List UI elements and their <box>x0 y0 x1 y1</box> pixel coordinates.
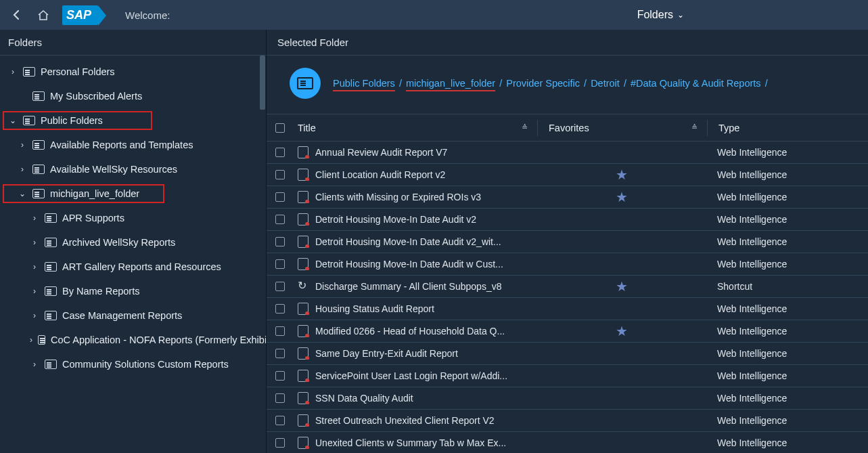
row-checkbox[interactable] <box>275 304 285 314</box>
folder-icon <box>38 335 45 345</box>
row-type: Web Intelligence <box>706 236 868 247</box>
table-row[interactable]: Street Outreach Unexited Client Report V… <box>267 410 868 432</box>
row-checkbox[interactable] <box>275 349 285 358</box>
breadcrumb-data-quality[interactable]: #Data Quality & Audit Reports <box>631 78 761 89</box>
row-title: Annual Review Audit Report V7 <box>315 147 447 158</box>
breadcrumb-detroit[interactable]: Detroit <box>591 78 620 89</box>
column-type[interactable]: Type <box>708 123 868 133</box>
select-all-checkbox[interactable] <box>275 123 285 133</box>
sidebar-header: Folders <box>0 30 266 56</box>
document-icon <box>298 191 309 203</box>
table-row[interactable]: Discharge Summary - All Client Subpops_v… <box>267 276 868 298</box>
chevron-right-icon: › <box>30 262 39 272</box>
sidebar-item-personal-folders[interactable]: › Personal Folders <box>0 60 266 84</box>
breadcrumb: Public Folders / michigan_live_folder / … <box>267 56 868 114</box>
column-favorites[interactable]: Favorites ≙ <box>538 123 707 133</box>
row-checkbox[interactable] <box>275 170 285 179</box>
row-type: Web Intelligence <box>706 192 868 202</box>
row-checkbox[interactable] <box>275 192 285 202</box>
breadcrumb-public-folders[interactable]: Public Folders <box>333 78 395 89</box>
chevron-right-icon: › <box>30 311 39 320</box>
row-checkbox[interactable] <box>275 371 285 381</box>
sidebar-item-by-name-reports[interactable]: › By Name Reports <box>0 279 266 303</box>
sidebar-item-public-folders[interactable]: ⌄ Public Folders <box>0 108 266 133</box>
row-title: ServicePoint User Last Login Report w/Ad… <box>315 370 507 381</box>
document-icon <box>298 414 309 427</box>
star-icon[interactable]: ★ <box>616 278 628 295</box>
row-type: Web Intelligence <box>706 370 868 381</box>
sidebar-item-label: ART Gallery Reports and Resources <box>62 261 221 272</box>
breadcrumb-folder-icon <box>290 68 321 99</box>
table-row[interactable]: Annual Review Audit Report V7Web Intelli… <box>267 142 868 164</box>
chevron-right-icon: › <box>30 238 39 247</box>
sidebar-item-label: Archived WellSky Reports <box>62 237 175 248</box>
sidebar-item-my-subscribed-alerts[interactable]: My Subscribed Alerts <box>0 84 266 108</box>
table-row[interactable]: Unexited Clients w Summary Tab w Max Ex.… <box>267 432 868 453</box>
document-icon <box>298 325 309 337</box>
table-row[interactable]: ServicePoint User Last Login Report w/Ad… <box>267 365 868 387</box>
chevron-right-icon: › <box>30 286 39 296</box>
star-icon[interactable]: ★ <box>616 189 628 205</box>
back-button[interactable] <box>8 7 24 23</box>
report-table: Title ≙ Favorites ≙ Type Annual Review A… <box>267 114 868 453</box>
row-type: Web Intelligence <box>706 169 868 180</box>
sidebar-item-available-reports[interactable]: › Available Reports and Templates <box>0 133 266 157</box>
row-checkbox[interactable] <box>275 282 285 291</box>
row-checkbox[interactable] <box>275 148 285 157</box>
row-checkbox[interactable] <box>275 438 285 448</box>
star-icon[interactable]: ★ <box>616 323 628 339</box>
row-title: Modified 0266 - Head of Household Data Q… <box>315 326 505 337</box>
breadcrumb-michigan[interactable]: michigan_live_folder <box>406 78 495 89</box>
sidebar-item-apr-supports[interactable]: › APR Supports <box>0 206 266 230</box>
document-icon <box>298 303 309 315</box>
sidebar-item-art-gallery[interactable]: › ART Gallery Reports and Resources <box>0 255 266 279</box>
table-row[interactable]: Same Day Entry-Exit Audit ReportWeb Inte… <box>267 343 868 365</box>
row-checkbox[interactable] <box>275 215 285 224</box>
folder-tree: › Personal Folders My Subscribed Alerts … <box>0 56 266 453</box>
star-icon[interactable]: ★ <box>616 167 628 183</box>
column-title[interactable]: Title ≙ <box>294 123 537 133</box>
row-type: Web Intelligence <box>706 303 868 314</box>
row-checkbox[interactable] <box>275 326 285 336</box>
table-row[interactable]: Housing Status Audit ReportWeb Intellige… <box>267 298 868 320</box>
document-icon <box>298 392 309 404</box>
sidebar-item-label: Available WellSky Resources <box>50 164 177 175</box>
table-row[interactable]: Detroit Housing Move-In Date Audit w Cus… <box>267 253 868 276</box>
row-checkbox[interactable] <box>275 416 285 425</box>
table-row[interactable]: Detroit Housing Move-In Date Audit v2Web… <box>267 209 868 231</box>
table-row[interactable]: Client Location Audit Report v2★Web Inte… <box>267 164 868 186</box>
chevron-right-icon: › <box>8 67 18 77</box>
sidebar-item-community-solutions[interactable]: › Community Solutions Custom Reports <box>0 352 266 376</box>
breadcrumb-provider-specific[interactable]: Provider Specific <box>506 78 580 89</box>
sidebar-item-michigan-live-folder[interactable]: ⌄ michigan_live_folder <box>0 181 266 206</box>
row-checkbox[interactable] <box>275 259 285 269</box>
sidebar-item-label: Available Reports and Templates <box>50 139 193 150</box>
sidebar-item-case-management[interactable]: › Case Management Reports <box>0 303 266 328</box>
row-checkbox[interactable] <box>275 237 285 246</box>
folders-dropdown[interactable]: Folders ⌄ <box>637 9 684 21</box>
folder-icon <box>45 311 57 320</box>
table-row[interactable]: Clients with Missing or Expired ROIs v3★… <box>267 186 868 209</box>
row-type: Web Intelligence <box>706 437 868 448</box>
table-row[interactable]: Modified 0266 - Head of Household Data Q… <box>267 320 868 343</box>
home-button[interactable] <box>35 7 51 23</box>
chevron-right-icon: › <box>30 360 39 369</box>
chevron-down-icon: ⌄ <box>8 116 18 125</box>
table-row[interactable]: SSN Data Quality AuditWeb Intelligence <box>267 387 868 410</box>
folder-icon <box>45 213 57 223</box>
sidebar-item-available-wellsky[interactable]: › Available WellSky Resources <box>0 157 266 181</box>
breadcrumb-sep: / <box>499 78 505 89</box>
column-type-label: Type <box>718 123 739 133</box>
table-row[interactable]: Detroit Housing Move-In Date Audit v2_wi… <box>267 231 868 253</box>
sidebar-item-archived-wellsky[interactable]: › Archived WellSky Reports <box>0 230 266 255</box>
folder-icon <box>32 91 45 101</box>
scrollbar-thumb[interactable] <box>260 56 265 110</box>
sidebar-item-coc-application[interactable]: › CoC Application - NOFA Reports (Former… <box>0 328 266 352</box>
sidebar-item-label: Public Folders <box>41 115 103 126</box>
chevron-down-icon: ⌄ <box>677 10 684 20</box>
document-icon <box>298 146 309 158</box>
row-type: Web Intelligence <box>706 259 868 269</box>
content-header: Selected Folder <box>267 30 868 56</box>
breadcrumb-sep: / <box>584 78 589 89</box>
row-checkbox[interactable] <box>275 393 285 403</box>
